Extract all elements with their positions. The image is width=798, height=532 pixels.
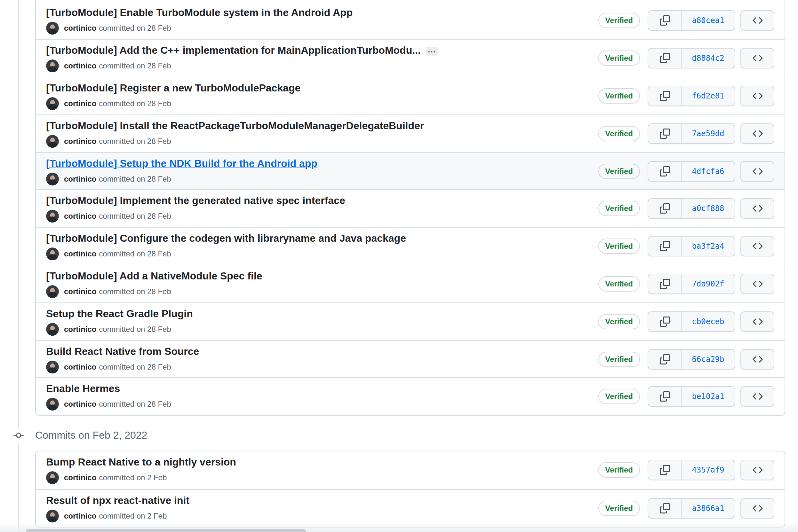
- commit-sha-link[interactable]: 66ca29b: [681, 349, 735, 369]
- commit-title-link[interactable]: Result of npx react-native init: [46, 495, 189, 506]
- browse-code-button[interactable]: [740, 274, 774, 294]
- author-avatar[interactable]: [46, 472, 59, 484]
- browse-code-button[interactable]: [740, 386, 774, 407]
- copy-sha-button[interactable]: [648, 10, 681, 31]
- author-link[interactable]: cortinico: [64, 285, 96, 298]
- author-avatar[interactable]: [46, 172, 59, 185]
- commit-title-link[interactable]: [TurboModule] Enable TurboModule system …: [46, 7, 352, 18]
- verified-badge[interactable]: Verified: [598, 463, 640, 478]
- browse-code-button[interactable]: [740, 498, 774, 518]
- copy-sha-button[interactable]: [648, 198, 681, 219]
- copy-sha-button[interactable]: [648, 236, 681, 256]
- copy-sha-button[interactable]: [648, 311, 681, 332]
- author-avatar[interactable]: [46, 509, 59, 522]
- author-avatar[interactable]: [46, 247, 59, 260]
- commit-title-link[interactable]: [TurboModule] Setup the NDK Build for th…: [46, 158, 318, 169]
- browse-code-button[interactable]: [740, 48, 774, 69]
- code-icon: [752, 465, 762, 475]
- author-link[interactable]: cortinico: [64, 472, 96, 484]
- commit-title-link[interactable]: Bump React Native to a nightly version: [46, 457, 236, 468]
- browse-code-button[interactable]: [740, 10, 774, 31]
- verified-badge[interactable]: Verified: [598, 88, 640, 103]
- commit-title: Result of npx react-native init: [46, 494, 189, 507]
- commit-sha-link[interactable]: 7ae59dd: [681, 124, 735, 144]
- browse-code-button[interactable]: [740, 86, 774, 106]
- commit-title-link[interactable]: [TurboModule] Register a new TurboModule…: [46, 82, 301, 93]
- commit-sha-link[interactable]: be102a1: [681, 386, 735, 407]
- verified-badge[interactable]: Verified: [598, 276, 640, 291]
- browse-code-button[interactable]: [740, 236, 774, 256]
- author-link[interactable]: cortinico: [64, 135, 96, 148]
- copy-sha-button[interactable]: [648, 498, 681, 518]
- commit-sha-link[interactable]: 7da902f: [681, 274, 735, 294]
- browse-code-button[interactable]: [740, 198, 774, 219]
- verified-badge[interactable]: Verified: [598, 239, 640, 254]
- copy-sha-button[interactable]: [648, 86, 681, 106]
- author-link[interactable]: cortinico: [64, 59, 96, 72]
- verified-badge[interactable]: Verified: [598, 13, 640, 28]
- browse-code-button[interactable]: [740, 349, 774, 369]
- sha-button-group: 4dfcfa6: [648, 161, 735, 181]
- copy-sha-button[interactable]: [648, 274, 681, 294]
- author-avatar[interactable]: [46, 323, 59, 336]
- browse-code-button[interactable]: [740, 161, 774, 181]
- author-link[interactable]: cortinico: [64, 398, 96, 411]
- verified-badge[interactable]: Verified: [598, 201, 640, 216]
- copy-icon: [659, 279, 670, 289]
- author-link[interactable]: cortinico: [64, 509, 96, 522]
- sha-button-group: ba3f2a4: [648, 236, 735, 256]
- copy-icon: [659, 317, 670, 327]
- copy-sha-button[interactable]: [648, 48, 681, 69]
- commit-row: [TurboModule] Configure the codegen with…: [36, 227, 784, 265]
- verified-badge[interactable]: Verified: [598, 389, 640, 404]
- copy-sha-button[interactable]: [648, 161, 681, 181]
- verified-badge[interactable]: Verified: [598, 126, 640, 141]
- commit-title-link[interactable]: [TurboModule] Configure the codegen with…: [46, 233, 406, 244]
- copy-sha-button[interactable]: [648, 124, 681, 144]
- author-link[interactable]: cortinico: [64, 360, 96, 373]
- commit-title: [TurboModule] Install the ReactPackageTu…: [46, 119, 424, 132]
- browse-code-button[interactable]: [740, 460, 774, 480]
- author-link[interactable]: cortinico: [64, 323, 96, 336]
- author-avatar[interactable]: [46, 22, 59, 35]
- author-link[interactable]: cortinico: [64, 22, 96, 35]
- author-avatar[interactable]: [46, 135, 59, 148]
- commit-sha-link[interactable]: cb0eceb: [681, 311, 735, 332]
- commit-sha-link[interactable]: a3866a1: [681, 498, 735, 518]
- commit-sha-link[interactable]: 4357af9: [681, 460, 735, 480]
- commit-sha-link[interactable]: 4dfcfa6: [681, 161, 735, 181]
- verified-badge[interactable]: Verified: [598, 314, 640, 329]
- commit-title-link[interactable]: [TurboModule] Install the ReactPackageTu…: [46, 120, 424, 131]
- author-link[interactable]: cortinico: [64, 172, 96, 185]
- commit-sha-link[interactable]: d8884c2: [681, 48, 735, 69]
- copy-sha-button[interactable]: [648, 460, 681, 480]
- commit-sha-link[interactable]: ba3f2a4: [681, 236, 735, 256]
- commit-title-link[interactable]: [TurboModule] Add the C++ implementation…: [46, 45, 421, 56]
- author-avatar[interactable]: [46, 285, 59, 298]
- verified-badge[interactable]: Verified: [598, 51, 640, 66]
- verified-badge[interactable]: Verified: [598, 164, 640, 179]
- author-avatar[interactable]: [46, 398, 59, 411]
- author-link[interactable]: cortinico: [64, 210, 96, 223]
- copy-sha-button[interactable]: [648, 386, 681, 407]
- author-avatar[interactable]: [46, 210, 59, 223]
- author-link[interactable]: cortinico: [64, 247, 96, 260]
- browse-code-button[interactable]: [740, 124, 774, 144]
- commit-title-link[interactable]: [TurboModule] Add a NativeModule Spec fi…: [46, 270, 262, 281]
- verified-badge[interactable]: Verified: [598, 500, 640, 516]
- copy-sha-button[interactable]: [648, 349, 681, 369]
- commit-title-link[interactable]: Enable Hermes: [46, 383, 120, 394]
- author-avatar[interactable]: [46, 360, 59, 373]
- author-link[interactable]: cortinico: [64, 97, 96, 110]
- commit-sha-link[interactable]: f6d2e81: [681, 86, 735, 106]
- author-avatar[interactable]: [46, 97, 59, 110]
- verified-badge[interactable]: Verified: [598, 352, 640, 367]
- author-avatar[interactable]: [46, 59, 59, 72]
- expand-commit-message-button[interactable]: …: [426, 46, 438, 55]
- commit-sha-link[interactable]: a80cea1: [681, 10, 735, 31]
- commit-title-link[interactable]: Build React Native from Source: [46, 346, 199, 357]
- commit-sha-link[interactable]: a0cf888: [681, 198, 735, 219]
- browse-code-button[interactable]: [740, 311, 774, 332]
- commit-title-link[interactable]: [TurboModule] Implement the generated na…: [46, 195, 345, 206]
- commit-title-link[interactable]: Setup the React Gradle Plugin: [46, 308, 193, 319]
